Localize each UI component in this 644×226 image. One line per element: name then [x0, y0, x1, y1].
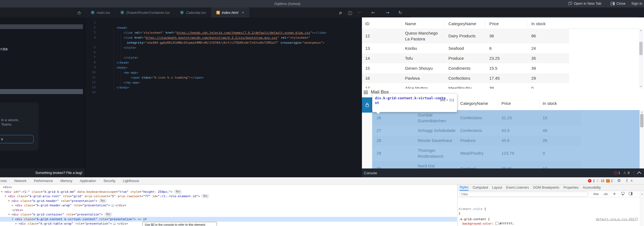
- style-rule[interactable]: .k-grid-content {: [459, 217, 490, 221]
- code-line[interactable]: integrity="sha384-ggOyR0iXCbMQv3Xipma34M…: [85, 40, 361, 45]
- editor-tab-index.html[interactable]: 5index.html×: [211, 7, 249, 17]
- expand-children-icon[interactable]: …: [111, 204, 115, 207]
- flex-badge[interactable]: flex: [104, 212, 112, 216]
- code-line[interactable]: 3<link rel="stylesheet" href="https://ke…: [85, 30, 361, 35]
- column-header[interactable]: CategoryName: [460, 101, 488, 106]
- class-toggle[interactable]: .cls: [603, 192, 608, 196]
- scroll-up-icon[interactable]: ▲: [639, 28, 643, 32]
- code-line[interactable]: 5<style>: [85, 45, 361, 50]
- close-tab-icon[interactable]: ×: [242, 11, 244, 15]
- table-row[interactable]: 17Alice MuttonMeat/Poultry390: [362, 83, 644, 89]
- style-rule[interactable]: element.style {: [459, 207, 486, 211]
- column-header[interactable]: In stock: [543, 101, 557, 106]
- code-line[interactable]: 2<head>: [85, 25, 361, 30]
- pseudo-state-toggle[interactable]: :hov: [593, 192, 599, 196]
- file-a-bug-link[interactable]: Something broken? File a bug!: [35, 171, 82, 175]
- dom-tree-node[interactable]: </div>: [0, 208, 457, 212]
- dom-tree-node[interactable]: ▾<div class="k-grid-container" role="pre…: [0, 212, 457, 217]
- styles-tab-DOM Breakpoints[interactable]: DOM Breakpoints: [533, 185, 559, 190]
- dom-tree-node[interactable]: ▾<div class="k-grid-header" role="presen…: [0, 199, 457, 203]
- style-rule[interactable]: background-color: #ffffff;: [462, 222, 514, 225]
- devtools-error-icon[interactable]: ×: [588, 179, 592, 183]
- new-style-rule-icon[interactable]: +: [613, 191, 616, 196]
- styles-tab-Layout[interactable]: Layout: [492, 185, 502, 190]
- flex-badge[interactable]: flex: [174, 190, 182, 194]
- dom-tree-node[interactable]: ▸<div class="k-grid-table-wrap" role="pr…: [0, 221, 457, 226]
- styles-tab-Styles[interactable]: Styles: [459, 185, 469, 191]
- expand-children-icon[interactable]: …: [112, 222, 117, 225]
- dom-tree-node[interactable]: ▾<div class="k-grid-aria-root" role="gri…: [0, 194, 457, 199]
- code-line[interactable]: 1: [85, 20, 361, 25]
- scrollbar-thumb[interactable]: [640, 114, 643, 127]
- devtools-warning-icon[interactable]: ⚠: [596, 178, 600, 183]
- forward-icon[interactable]: →: [386, 10, 389, 15]
- file-tree-item[interactable]: r.tsx: [1, 47, 8, 51]
- column-header[interactable]: ID: [365, 21, 369, 26]
- preview-console-bar[interactable]: Console × 1 ⚠ 8: [362, 168, 644, 177]
- column-header[interactable]: Price: [489, 21, 499, 26]
- code-line[interactable]: 12</my-app>: [85, 80, 361, 85]
- table-row[interactable]: 15Genen ShouyuCondiments15.539: [362, 63, 644, 73]
- code-line[interactable]: 14: [85, 90, 361, 95]
- code-editor[interactable]: 12<head>3<link rel="stylesheet" href="ht…: [85, 17, 362, 177]
- drawer-item-mail[interactable]: [362, 97, 372, 113]
- split-editor-icon[interactable]: [348, 11, 352, 16]
- settings-gear-icon[interactable]: ⚙: [617, 178, 621, 183]
- scrollbar-thumb[interactable]: [639, 42, 643, 55]
- file-row-highlight[interactable]: [0, 24, 83, 29]
- column-header[interactable]: Price: [501, 101, 511, 106]
- styles-tab-Properties[interactable]: Properties: [564, 185, 579, 190]
- devtools-tab-Memory[interactable]: Memory: [60, 179, 72, 183]
- collapse-node-icon[interactable]: ▾: [8, 199, 10, 203]
- column-header[interactable]: CategoryName: [448, 21, 476, 26]
- devtools-tab-Application[interactable]: Application: [80, 179, 96, 183]
- expand-node-icon[interactable]: ▸: [12, 203, 13, 208]
- table-row[interactable]: 14TofuProduce23.2535: [362, 53, 644, 63]
- sign-in-button[interactable]: Sign in: [631, 1, 642, 6]
- download-project-icon[interactable]: [77, 10, 82, 16]
- styles-tab-Computed[interactable]: Computed: [473, 185, 488, 190]
- collapse-node-icon[interactable]: ▾: [8, 212, 10, 217]
- dom-tree-node[interactable]: ▸<div class="k-grid-header-wrap" role="p…: [0, 203, 457, 208]
- dom-tree-node[interactable]: ▾<div id=":r1:" class="k-grid k-grid-md"…: [0, 189, 457, 194]
- code-line[interactable]: 7</style>: [85, 55, 361, 60]
- grid2-scrollbar[interactable]: ▲: [640, 110, 644, 168]
- code-line[interactable]: 4<link href="https://stackpath.bootstrap…: [85, 35, 361, 40]
- styles-tab-Accessibility[interactable]: Accessibility: [583, 185, 601, 190]
- code-line[interactable]: 13</body>: [85, 85, 361, 90]
- flex-badge[interactable]: flex: [201, 194, 209, 198]
- close-devtools-icon[interactable]: ×: [630, 178, 633, 183]
- devtools-tab-Network[interactable]: Network: [14, 179, 27, 183]
- collapse-node-icon[interactable]: ▾: [5, 194, 6, 199]
- expand-console-icon[interactable]: [637, 172, 642, 176]
- devtools-tab-rces[interactable]: rces: [1, 179, 7, 183]
- open-in-new-tab-button[interactable]: Open in New Tab: [568, 1, 601, 6]
- file-row-selected[interactable]: [0, 89, 83, 94]
- code-line[interactable]: 10<my-app>: [85, 70, 361, 75]
- color-swatch[interactable]: [495, 222, 498, 225]
- devtools-tab-Lighthouse[interactable]: Lighthouse: [123, 179, 139, 183]
- more-actions-icon[interactable]: ⋯: [358, 10, 362, 15]
- flex-badge[interactable]: flex: [99, 199, 107, 203]
- editor-tab-Calendar.tsx[interactable]: Calendar.tsx: [175, 7, 211, 17]
- more-options-icon[interactable]: ⋮: [625, 178, 629, 183]
- rendering-emulation-icon[interactable]: [621, 192, 625, 196]
- expand-node-icon[interactable]: ▸: [15, 221, 17, 226]
- devtools-issues-icon[interactable]: !: [606, 179, 610, 183]
- dom-tree-node[interactable]: ▾<div class="k-grid-content k-virtual-co…: [0, 217, 457, 222]
- styles-scrollbar[interactable]: ▲: [640, 191, 644, 226]
- code-line[interactable]: 6: [85, 50, 361, 55]
- refresh-icon[interactable]: ↻: [398, 10, 402, 15]
- column-header[interactable]: Name: [405, 21, 416, 26]
- styles-tab-Event Listeners[interactable]: Event Listeners: [506, 185, 529, 190]
- grid1-scrollbar[interactable]: ▲ ▼: [639, 28, 643, 89]
- scroll-down-icon[interactable]: ▼: [639, 85, 643, 89]
- close-project-button[interactable]: Close: [611, 1, 625, 6]
- menu-icon[interactable]: [364, 91, 368, 91]
- devtools-tab-Security[interactable]: Security: [103, 179, 115, 183]
- table-row[interactable]: 16PavlovaConfections17.4529: [362, 73, 644, 83]
- table-row[interactable]: 12Queso ManchegoLa PastoraDairy Products…: [362, 28, 644, 43]
- prettier-icon[interactable]: P: [339, 11, 342, 15]
- styles-filter-input[interactable]: [459, 192, 588, 197]
- dock-panel-icon[interactable]: [629, 192, 632, 196]
